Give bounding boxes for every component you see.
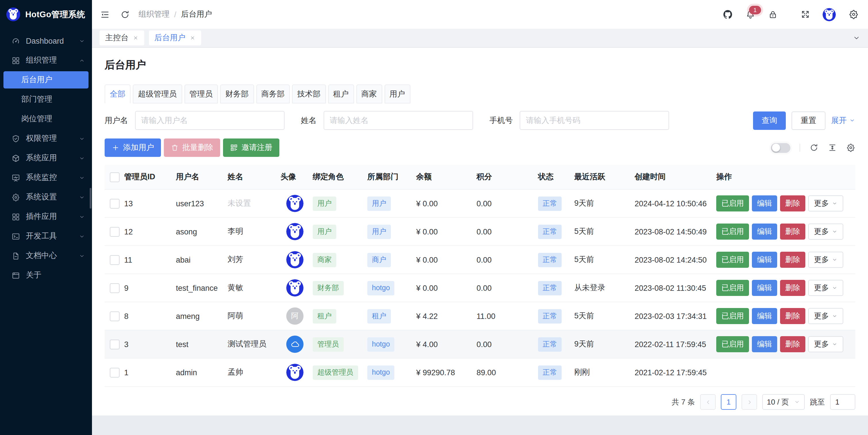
next-page-button[interactable] xyxy=(742,394,757,410)
role-filter-tab[interactable]: 商务部 xyxy=(256,85,290,103)
batch-delete-button[interactable]: 批量删除 xyxy=(164,138,220,157)
role-filter-tab[interactable]: 超级管理员 xyxy=(133,85,182,103)
sidebar-item-dashboard[interactable]: Dashboard xyxy=(0,32,92,50)
role-filter-tab[interactable]: 用户 xyxy=(384,85,410,103)
delete-button[interactable]: 删除 xyxy=(780,195,805,212)
column-header: 绑定角色 xyxy=(313,165,367,189)
page-number-button[interactable]: 1 xyxy=(721,394,736,410)
enabled-button[interactable]: 已启用 xyxy=(716,252,749,268)
sidebar-subitem-backend-users[interactable]: 后台用户 xyxy=(3,71,89,89)
table-row: 13user123未设置用户用户¥ 0.000.00正常9天前2024-04-1… xyxy=(104,189,855,218)
expand-toggle[interactable]: 展开 xyxy=(831,115,855,126)
more-button[interactable]: 更多 xyxy=(808,280,843,296)
delete-button[interactable]: 删除 xyxy=(780,280,805,296)
role-filter-tab[interactable]: 技术部 xyxy=(292,85,326,103)
tabbar-dropdown-button[interactable] xyxy=(852,34,861,42)
enabled-button[interactable]: 已启用 xyxy=(716,336,749,352)
sidebar-item-sys-setting[interactable]: 系统设置 xyxy=(0,188,92,206)
row-checkbox[interactable] xyxy=(110,255,120,265)
search-button[interactable]: 查询 xyxy=(753,111,786,130)
striped-toggle[interactable] xyxy=(771,143,790,153)
role-filter-tab[interactable]: 管理员 xyxy=(184,85,218,103)
sidebar-item-doc-center[interactable]: 文档中心 xyxy=(0,247,92,264)
cell-admin-id: 11 xyxy=(124,246,176,274)
more-button[interactable]: 更多 xyxy=(808,195,843,212)
role-filter-tab[interactable]: 商家 xyxy=(356,85,382,103)
row-checkbox[interactable] xyxy=(110,198,120,208)
table-settings-button[interactable] xyxy=(846,143,855,152)
sidebar-item-sys-monitor[interactable]: 系统监控 xyxy=(0,169,92,186)
notifications-button[interactable]: 1 xyxy=(746,9,755,19)
cell-username: ameng xyxy=(176,302,228,330)
page-tab[interactable]: 主控台 xyxy=(99,30,144,45)
edit-button[interactable]: 编辑 xyxy=(752,308,777,324)
enabled-button[interactable]: 已启用 xyxy=(716,280,749,296)
cell-created-at: 2023-08-02 11:30:45 xyxy=(634,274,716,302)
cell-actions: 已启用编辑删除更多 xyxy=(716,302,855,330)
enabled-button[interactable]: 已启用 xyxy=(716,223,749,240)
role-filter-tab[interactable]: 租户 xyxy=(328,85,354,103)
role-filter-tab[interactable]: 财务部 xyxy=(220,85,254,103)
edit-button[interactable]: 编辑 xyxy=(752,336,777,352)
prev-page-button[interactable] xyxy=(700,394,716,410)
github-icon[interactable] xyxy=(722,9,733,20)
sidebar-subitem-post-manage[interactable]: 岗位管理 xyxy=(3,110,89,128)
filter-input[interactable] xyxy=(135,111,284,130)
settings-button[interactable] xyxy=(848,9,859,20)
sidebar-item-sys-app[interactable]: 系统应用 xyxy=(0,149,92,167)
table-refresh-button[interactable] xyxy=(809,143,818,152)
filter-group: 姓名 xyxy=(301,111,473,130)
invite-register-button[interactable]: 邀请注册 xyxy=(223,138,279,157)
edit-button[interactable]: 编辑 xyxy=(752,195,777,212)
jump-input[interactable] xyxy=(830,394,855,410)
reload-button[interactable] xyxy=(120,9,130,19)
breadcrumb-item[interactable]: 后台用户 xyxy=(181,9,212,20)
sidebar-item-dev-tools[interactable]: 开发工具 xyxy=(0,227,92,245)
select-all-checkbox[interactable] xyxy=(110,172,120,182)
delete-button[interactable]: 删除 xyxy=(780,223,805,240)
close-icon[interactable] xyxy=(189,35,195,41)
more-label: 更多 xyxy=(814,311,829,321)
more-button[interactable]: 更多 xyxy=(808,223,843,240)
delete-button[interactable]: 删除 xyxy=(780,252,805,268)
filter-input[interactable] xyxy=(520,111,669,130)
page-size-select[interactable]: 10 / 页 xyxy=(762,394,805,410)
filter-input[interactable] xyxy=(323,111,473,130)
more-button[interactable]: 更多 xyxy=(808,252,843,268)
table-density-button[interactable] xyxy=(828,143,837,152)
row-checkbox[interactable] xyxy=(110,227,120,237)
column-header: 所属部门 xyxy=(367,165,416,189)
row-checkbox[interactable] xyxy=(110,311,120,321)
role-tag: 用户 xyxy=(313,224,336,239)
delete-button[interactable]: 删除 xyxy=(780,336,805,352)
edit-button[interactable]: 编辑 xyxy=(752,252,777,268)
sidebar-item-about[interactable]: 关于 xyxy=(0,267,92,284)
more-button[interactable]: 更多 xyxy=(808,308,843,324)
enabled-button[interactable]: 已启用 xyxy=(716,308,749,324)
collapse-sidebar-button[interactable] xyxy=(100,9,110,19)
more-button[interactable]: 更多 xyxy=(808,336,843,352)
edit-button[interactable]: 编辑 xyxy=(752,223,777,240)
role-filter-tab[interactable]: 全部 xyxy=(104,85,130,103)
fullscreen-button[interactable] xyxy=(801,10,810,19)
user-avatar[interactable] xyxy=(823,8,836,21)
add-user-button[interactable]: 添加用户 xyxy=(104,138,161,157)
sidebar-subitem-dept-manage[interactable]: 部门管理 xyxy=(3,91,89,108)
sidebar-item-org[interactable]: 组织管理 xyxy=(0,52,92,69)
row-checkbox[interactable] xyxy=(110,368,120,377)
cell-name: 阿萌 xyxy=(228,302,281,330)
breadcrumb-separator: / xyxy=(174,10,177,19)
edit-button[interactable]: 编辑 xyxy=(752,280,777,296)
breadcrumb-item[interactable]: 组织管理 xyxy=(138,9,169,20)
row-checkbox[interactable] xyxy=(110,339,120,349)
reset-button[interactable]: 重置 xyxy=(792,111,826,130)
row-checkbox[interactable] xyxy=(110,283,120,293)
sidebar-scrollbar[interactable] xyxy=(90,188,91,209)
enabled-button[interactable]: 已启用 xyxy=(716,195,749,212)
close-icon[interactable] xyxy=(132,35,138,41)
sidebar-item-plugin-app[interactable]: 插件应用 xyxy=(0,208,92,225)
lock-screen-button[interactable] xyxy=(768,9,778,19)
delete-button[interactable]: 删除 xyxy=(780,308,805,324)
sidebar-item-perm[interactable]: 权限管理 xyxy=(0,130,92,147)
page-tab[interactable]: 后台用户 xyxy=(149,30,201,45)
